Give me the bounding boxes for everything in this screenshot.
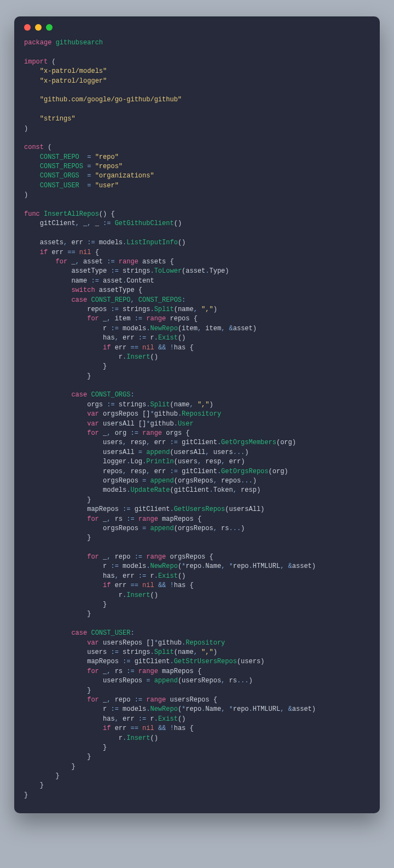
call: GetOrgsRepos: [221, 468, 268, 475]
identifier: gitClient: [135, 505, 170, 513]
call: GetUsersRepos: [174, 505, 225, 513]
identifier: r: [103, 325, 107, 332]
identifier: asset: [186, 267, 205, 275]
string-literal: ",": [198, 401, 210, 409]
identifier: err: [154, 468, 166, 475]
identifier: org: [280, 439, 292, 446]
identifier: r: [150, 572, 154, 580]
identifier: gitClient: [182, 468, 217, 475]
string-literal: ",": [201, 648, 213, 656]
identifier: err: [123, 715, 135, 723]
keyword-range: range: [138, 668, 158, 675]
identifier: item: [182, 325, 198, 332]
call: Split: [154, 306, 174, 313]
import-path: "x-patrol/models": [40, 67, 107, 75]
identifier: has: [103, 715, 115, 723]
identifier: r: [103, 562, 107, 570]
keyword-case: case: [71, 391, 87, 399]
identifier: models: [99, 239, 123, 246]
identifier: orgs: [87, 401, 103, 409]
string-literal: "user": [95, 182, 119, 189]
call: Split: [150, 401, 170, 409]
identifier: r: [119, 591, 123, 599]
identifier: strings: [119, 401, 146, 409]
call: ListInputInfo: [126, 239, 178, 246]
identifier: Type: [210, 267, 225, 275]
identifier: Content: [126, 277, 154, 285]
minimize-icon[interactable]: [35, 24, 42, 31]
identifier: assets: [142, 258, 166, 266]
identifier: usersAll: [174, 449, 206, 456]
keyword-if: if: [103, 344, 111, 352]
identifier: has: [174, 582, 186, 589]
identifier: models: [123, 705, 146, 713]
identifier: orgsRepos: [103, 525, 138, 532]
identifier: github: [158, 639, 182, 647]
identifier: mapRepos: [87, 505, 119, 513]
identifier: gitClient: [135, 658, 170, 665]
identifier: err: [123, 572, 135, 580]
identifier: Log: [130, 458, 142, 465]
identifier: err: [123, 334, 135, 342]
identifier: asset: [292, 562, 312, 570]
identifier: repos: [87, 306, 107, 313]
identifier: models: [103, 486, 126, 494]
identifier: orgsRepos: [170, 553, 205, 561]
identifier: strings: [123, 306, 150, 313]
keyword-range: range: [142, 429, 162, 437]
identifier: usersRepos: [103, 677, 142, 685]
call: Exist: [158, 334, 178, 342]
identifier: repo: [233, 705, 249, 713]
identifier: usersAll: [103, 449, 135, 456]
page-background: package githubsearch import ( "x-patrol/…: [0, 0, 394, 868]
keyword-range: range: [146, 696, 166, 704]
close-icon[interactable]: [24, 24, 31, 31]
const-name: CONST_ORGS: [40, 172, 79, 180]
identifier: org: [273, 468, 285, 475]
identifier: repos: [170, 315, 189, 323]
identifier: assetType: [71, 267, 107, 275]
string-literal: "repos": [95, 163, 123, 170]
call: GetGithubClient: [115, 220, 174, 227]
call: Insert: [126, 591, 150, 599]
identifier: repo: [115, 696, 131, 704]
type-ref: User: [178, 420, 194, 428]
identifier: assets: [40, 239, 63, 246]
identifier: err: [115, 725, 127, 732]
identifier: err: [115, 344, 127, 352]
identifier: rs: [221, 525, 229, 532]
keyword-for: for: [87, 429, 99, 437]
keyword-if: if: [40, 249, 48, 256]
call: Insert: [126, 353, 150, 361]
identifier: resp: [241, 486, 257, 494]
identifier: orgsRepos: [103, 477, 138, 485]
call: UpdateRate: [130, 486, 170, 494]
identifier: assetType: [99, 286, 135, 294]
identifier: org: [115, 429, 127, 437]
call: Insert: [126, 734, 150, 742]
identifier: strings: [123, 648, 150, 656]
identifier: Name: [205, 705, 221, 713]
identifier: models: [123, 325, 146, 332]
keyword-range: range: [119, 258, 138, 266]
identifier: resp: [130, 439, 146, 446]
identifier: github: [150, 420, 173, 428]
identifier: r: [119, 353, 123, 361]
identifier: Token: [213, 486, 233, 494]
call: NewRepo: [150, 325, 177, 332]
keyword-for: for: [87, 668, 99, 675]
call: NewRepo: [150, 705, 177, 713]
keyword-func: func: [24, 210, 40, 218]
call: append: [154, 677, 178, 685]
identifier: asset: [233, 325, 253, 332]
keyword-var: var: [87, 410, 99, 418]
zoom-icon[interactable]: [46, 24, 53, 31]
identifier: users: [178, 458, 198, 465]
keyword-package: package: [24, 39, 51, 47]
identifier: err: [229, 458, 241, 465]
call: Exist: [158, 572, 178, 580]
identifier: mapRepos: [162, 515, 194, 523]
call: Split: [154, 648, 174, 656]
identifier: has: [103, 334, 115, 342]
nil-literal: nil: [142, 344, 154, 352]
